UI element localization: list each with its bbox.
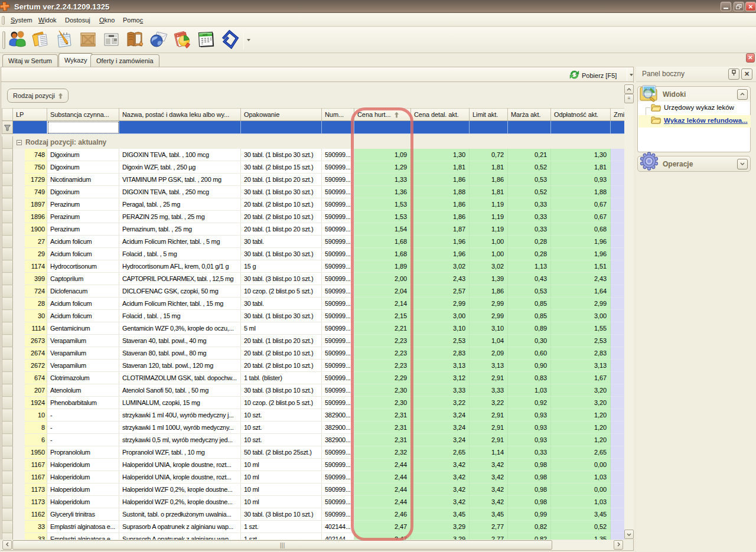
svg-text:APR: APR (203, 33, 208, 36)
